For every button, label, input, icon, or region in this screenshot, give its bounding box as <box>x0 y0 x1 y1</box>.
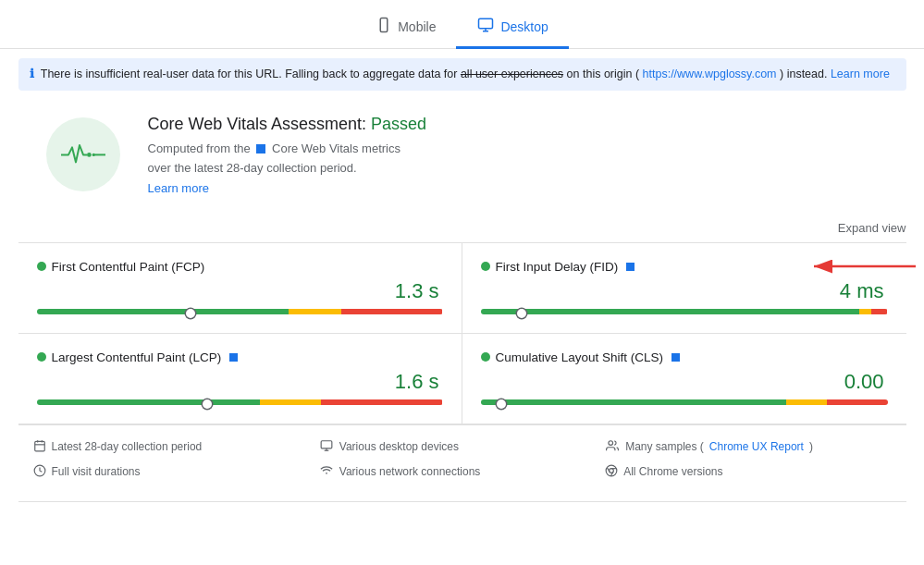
info-icon: ℹ <box>30 68 34 80</box>
cls-bar <box>481 399 888 407</box>
cwv-icon-circle <box>46 117 120 191</box>
bottom-divider <box>18 501 906 502</box>
footer-info: Latest 28-day collection period Various … <box>18 424 906 494</box>
lcp-blue-square <box>229 353 238 362</box>
cwv-description: Computed from the Core Web Vitals metric… <box>148 140 427 158</box>
fid-status-dot <box>481 262 490 271</box>
people-icon <box>605 439 620 455</box>
banner-text-mid: on this origin ( <box>567 68 640 80</box>
metric-cls: Cumulative Layout Shift (CLS) 0.00 <box>462 334 906 424</box>
fcp-status-dot <box>37 262 46 271</box>
footer-item-collection-period: Latest 28-day collection period <box>33 436 319 458</box>
footer-item-many-samples: Many samples ( Chrome UX Report ) <box>605 436 891 458</box>
fid-value: 4 ms <box>481 279 888 303</box>
fcp-name: First Contentful Paint (FCP) <box>52 260 205 274</box>
metric-lcp: Largest Contentful Paint (LCP) 1.6 s <box>18 334 462 424</box>
cwv-section: Core Web Vitals Assessment: Passed Compu… <box>18 96 906 217</box>
timer-icon <box>33 464 46 480</box>
lcp-bar <box>37 399 443 407</box>
cls-status-dot <box>481 352 490 362</box>
cwv-waveform-icon <box>61 141 105 167</box>
lcp-seg-green <box>37 399 260 405</box>
svg-point-5 <box>87 153 92 157</box>
cwv-desc-mid: Core Web Vitals metrics <box>272 141 400 155</box>
fcp-marker <box>186 309 195 318</box>
cls-seg-red <box>827 399 888 405</box>
metric-fcp: First Contentful Paint (FCP) 1.3 s <box>18 243 462 334</box>
footer-many-samples-text: Many samples ( <box>625 440 704 453</box>
cls-marker <box>497 399 506 409</box>
footer-item-chrome-versions: All Chrome versions <box>605 461 891 483</box>
fid-seg-red <box>871 309 888 314</box>
calendar-icon <box>33 439 46 455</box>
cwv-title: Core Web Vitals Assessment: Passed <box>148 115 427 134</box>
lcp-seg-red <box>321 399 443 405</box>
footer-item-desktop-devices: Various desktop devices <box>319 436 605 458</box>
fcp-seg-green <box>37 309 289 314</box>
lcp-track <box>37 399 443 405</box>
expand-view-link[interactable]: Expand view <box>838 221 906 235</box>
cls-track <box>481 399 888 405</box>
lcp-status-dot <box>37 352 46 362</box>
cls-seg-orange <box>786 399 827 405</box>
tab-desktop-label: Desktop <box>500 19 548 34</box>
desktop-icon <box>476 17 495 37</box>
fid-header: First Input Delay (FID) <box>481 260 888 274</box>
fcp-track <box>37 309 443 314</box>
fid-name: First Input Delay (FID) <box>496 260 619 274</box>
svg-point-17 <box>609 441 613 446</box>
cls-value: 0.00 <box>481 370 888 394</box>
cls-seg-green <box>481 399 786 405</box>
footer-network-text: Various network connections <box>339 465 481 478</box>
fid-marker <box>517 309 526 318</box>
cls-name: Cumulative Layout Shift (CLS) <box>496 350 664 364</box>
fid-blue-square <box>626 263 634 271</box>
fid-track <box>481 309 888 314</box>
cls-header: Cumulative Layout Shift (CLS) <box>481 350 888 364</box>
lcp-marker <box>203 399 212 409</box>
metric-fid: First Input Delay (FID) <box>462 243 906 334</box>
cwv-desc-before: Computed from the <box>148 141 251 155</box>
fcp-seg-red <box>341 309 443 314</box>
footer-chrome-versions-text: All Chrome versions <box>623 465 722 478</box>
banner-text-after: ) instead. <box>780 68 827 80</box>
fcp-header: First Contentful Paint (FCP) <box>37 260 443 274</box>
fid-seg-orange <box>859 309 871 314</box>
fcp-seg-orange <box>289 309 341 314</box>
banner-learn-more[interactable]: Learn more <box>831 68 890 80</box>
chrome-icon <box>605 464 618 480</box>
cwv-title-text: Core Web Vitals Assessment: <box>148 115 366 133</box>
tab-mobile[interactable]: Mobile <box>355 9 456 49</box>
metrics-grid: First Contentful Paint (FCP) 1.3 s First <box>18 242 906 424</box>
lcp-name: Largest Contentful Paint (LCP) <box>52 350 222 364</box>
tab-desktop[interactable]: Desktop <box>456 9 568 49</box>
lcp-header: Largest Contentful Paint (LCP) <box>37 350 443 364</box>
footer-item-network: Various network connections <box>319 461 605 483</box>
svg-point-7 <box>92 154 94 156</box>
cwv-learn-more[interactable]: Learn more <box>148 181 427 195</box>
fid-bar <box>481 309 888 316</box>
fcp-value: 1.3 s <box>37 279 443 303</box>
svg-rect-2 <box>479 18 493 29</box>
banner-origin-link[interactable]: https://www.wpglossy.com <box>643 68 777 80</box>
mobile-icon <box>376 17 392 37</box>
footer-desktop-devices-text: Various desktop devices <box>339 440 459 453</box>
lcp-seg-orange <box>260 399 321 405</box>
fid-seg-green <box>481 309 859 314</box>
cls-blue-square <box>671 353 680 362</box>
fcp-bar <box>37 309 443 316</box>
footer-full-visit-text: Full visit durations <box>52 465 141 478</box>
cwv-blue-square <box>256 144 265 154</box>
desktop-devices-icon <box>319 439 334 455</box>
svg-rect-10 <box>34 441 44 451</box>
main-content: ℹ There is insufficient real-user data f… <box>18 49 906 502</box>
cwv-status: Passed <box>371 115 426 133</box>
cwv-description-2: over the latest 28-day collection period… <box>148 159 427 178</box>
svg-rect-14 <box>321 441 332 448</box>
expand-row: Expand view <box>18 217 906 242</box>
wifi-icon <box>319 464 334 480</box>
banner-strikethrough: all user experiences <box>461 68 563 80</box>
chrome-ux-report-link[interactable]: Chrome UX Report <box>709 440 804 453</box>
tab-mobile-label: Mobile <box>398 19 436 34</box>
banner-text-before: There is insufficient real-user data for… <box>41 68 461 80</box>
